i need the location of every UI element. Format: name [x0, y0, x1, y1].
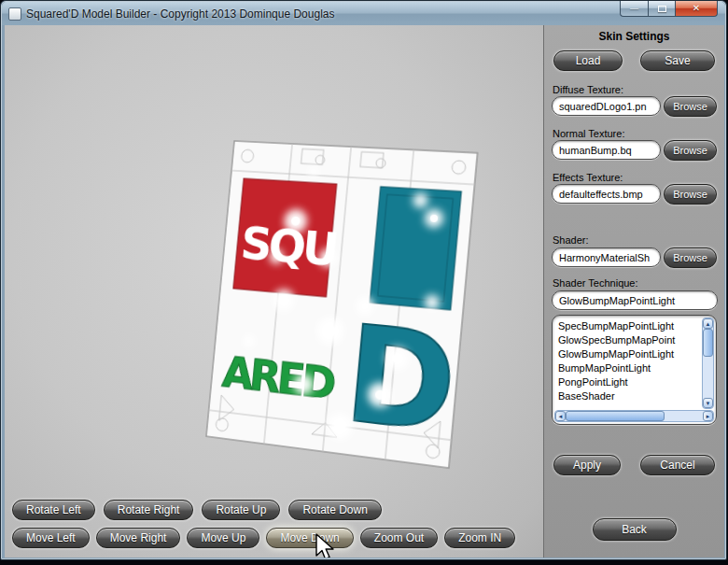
arrow-right-icon: ► — [706, 414, 711, 419]
rotate-left-button[interactable]: Rotate Left — [12, 500, 95, 520]
save-button[interactable]: Save — [640, 50, 715, 71]
skin-settings-panel: Skin Settings Load Save Diffuse Texture:… — [543, 25, 724, 558]
vertical-scroll-thumb[interactable] — [703, 329, 713, 357]
rotate-up-button[interactable]: Rotate Up — [202, 500, 280, 520]
load-button[interactable]: Load — [553, 50, 623, 71]
move-right-button[interactable]: Move Right — [96, 528, 181, 548]
list-item[interactable]: SpecBumpMapPointLight — [558, 319, 699, 333]
technique-list: SpecBumpMapPointLight GlowSpecBumpMapPoi… — [558, 319, 699, 408]
model-3d: SQU ARED D — [205, 140, 479, 469]
horizontal-scroll-track[interactable] — [566, 411, 703, 421]
diffuse-browse-button[interactable]: Browse — [664, 96, 717, 117]
list-item[interactable]: GlowBumpMapPointLight — [558, 347, 699, 361]
vertical-scrollbar[interactable]: ▲ ▼ — [702, 318, 714, 409]
client-area: SQU ARED D — [5, 25, 724, 558]
shader-input[interactable] — [552, 247, 661, 267]
window-controls: — ✕ — [620, 1, 718, 17]
logo-big-d-text: D — [340, 297, 463, 464]
rotate-right-button[interactable]: Rotate Right — [104, 500, 194, 520]
rotate-controls: Rotate Left Rotate Right Rotate Up Rotat… — [12, 500, 382, 520]
move-left-button[interactable]: Move Left — [12, 528, 90, 548]
vertical-scroll-track[interactable] — [703, 329, 713, 398]
titlebar: Squared'D Model Builder - Copyright 2013… — [2, 2, 725, 25]
scroll-right-button[interactable]: ► — [703, 411, 713, 421]
effects-texture-label: Effects Texture: — [553, 172, 623, 183]
panel-title: Skin Settings — [544, 30, 724, 43]
model-texture: SQU ARED D — [205, 140, 479, 469]
diffuse-texture-label: Diffuse Texture: — [553, 84, 623, 95]
normal-texture-input[interactable] — [552, 140, 661, 160]
minimize-icon: — — [630, 5, 638, 13]
technique-listbox: SpecBumpMapPointLight GlowSpecBumpMapPoi… — [552, 315, 717, 425]
maximize-icon — [658, 6, 666, 12]
zoom-in-button[interactable]: Zoom IN — [444, 528, 515, 548]
diffuse-texture-input[interactable] — [552, 96, 661, 116]
diffuse-texture-row: Browse — [552, 96, 717, 117]
model-viewport: SQU ARED D — [5, 25, 543, 558]
scroll-down-button[interactable]: ▼ — [703, 398, 713, 408]
horizontal-scrollbar[interactable]: ◄ ► — [554, 410, 714, 422]
horizontal-scroll-thumb[interactable] — [566, 411, 665, 421]
scroll-up-button[interactable]: ▲ — [703, 318, 713, 329]
shader-label: Shader: — [553, 234, 589, 246]
close-button[interactable]: ✕ — [675, 1, 718, 17]
list-item[interactable]: GlowSpecBumpMapPoint — [558, 333, 699, 347]
normal-browse-button[interactable]: Browse — [664, 140, 717, 161]
arrow-down-icon: ▼ — [706, 401, 711, 406]
shader-browse-button[interactable]: Browse — [664, 247, 717, 268]
arrow-left-icon: ◄ — [558, 414, 564, 419]
app-icon — [8, 7, 21, 21]
effects-texture-input[interactable] — [552, 184, 661, 204]
shader-technique-label: Shader Technique: — [553, 277, 638, 289]
shader-technique-input[interactable] — [552, 290, 718, 310]
normal-texture-row: Browse — [552, 140, 717, 161]
arrow-up-icon: ▲ — [706, 321, 711, 327]
effects-texture-row: Browse — [552, 184, 717, 205]
move-controls: Move Left Move Right Move Up Move Down Z… — [12, 528, 515, 548]
move-up-button[interactable]: Move Up — [187, 528, 259, 548]
rotate-down-button[interactable]: Rotate Down — [288, 500, 381, 520]
cancel-button[interactable]: Cancel — [640, 455, 715, 475]
list-item[interactable]: BaseShader — [558, 389, 699, 403]
move-down-button[interactable]: Move Down — [266, 528, 353, 548]
maximize-button[interactable] — [648, 1, 675, 17]
window-title: Squared'D Model Builder - Copyright 2013… — [26, 7, 334, 21]
back-button[interactable]: Back — [593, 518, 677, 541]
app-window: Squared'D Model Builder - Copyright 2013… — [0, 0, 727, 560]
list-item[interactable]: BumpMapPointLight — [558, 361, 699, 375]
effects-browse-button[interactable]: Browse — [664, 184, 717, 205]
scroll-left-button[interactable]: ◄ — [555, 411, 566, 421]
normal-texture-label: Normal Texture: — [553, 128, 624, 139]
zoom-out-button[interactable]: Zoom Out — [360, 528, 438, 548]
shader-row: Browse — [552, 247, 717, 268]
close-icon: ✕ — [693, 4, 700, 13]
list-item[interactable]: PongPointLight — [558, 375, 699, 389]
minimize-button[interactable]: — — [620, 1, 648, 17]
apply-button[interactable]: Apply — [553, 455, 621, 475]
